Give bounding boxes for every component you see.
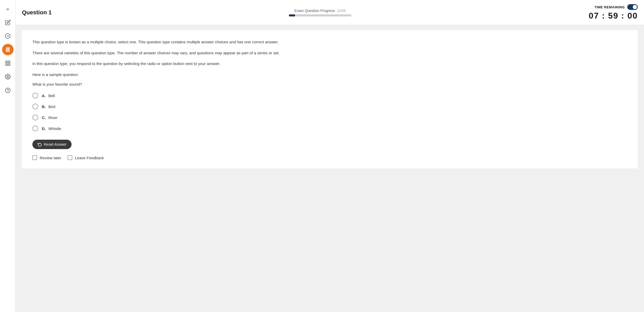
content-area: This question type is known as a multipl… xyxy=(16,25,644,312)
answer-option-a[interactable]: A. Bell xyxy=(32,93,627,98)
answer-option-d[interactable]: D. Whistle xyxy=(32,126,627,131)
progress-label: Exam Question Progress (1/10) xyxy=(294,9,346,13)
sidebar: » xyxy=(0,0,16,312)
svg-rect-0 xyxy=(6,48,7,52)
sidebar-item-help[interactable] xyxy=(2,85,14,96)
reset-icon xyxy=(38,142,42,146)
pause-icon xyxy=(5,47,11,52)
progress-section: Exam Question Progress (1/10) xyxy=(289,9,352,16)
sidebar-item-pause[interactable] xyxy=(2,44,14,55)
intro-paragraph-4: Here is a sample question: xyxy=(32,71,627,78)
timer-label-row: TIME REMAINING xyxy=(594,4,638,10)
question-card: This question type is known as a multipl… xyxy=(22,30,638,168)
timer-section: TIME REMAINING 07 : 59 : 00 xyxy=(589,4,638,21)
question-title: Question 1 xyxy=(22,9,52,16)
leave-feedback-box[interactable] xyxy=(68,155,72,160)
edit-icon xyxy=(5,20,11,25)
timer-value: 07 : 59 : 00 xyxy=(589,11,638,21)
intro-paragraph-3: In this question type, you respond to th… xyxy=(32,60,627,67)
answer-text-b: Bird xyxy=(48,104,55,109)
svg-point-6 xyxy=(7,76,9,78)
answer-text-a: Bell xyxy=(48,93,55,98)
progress-count: (1/10) xyxy=(337,9,346,13)
question-text: What is your favorite sound? xyxy=(32,82,627,86)
grid-icon xyxy=(5,60,11,66)
radio-b[interactable] xyxy=(32,104,38,109)
review-later-checkbox[interactable]: Review later xyxy=(32,155,61,160)
svg-rect-1 xyxy=(8,48,9,52)
intro-paragraph-1: This question type is known as a multipl… xyxy=(32,39,627,45)
svg-rect-2 xyxy=(5,61,7,63)
help-icon xyxy=(5,87,11,93)
svg-rect-3 xyxy=(8,61,10,63)
timer-label: TIME REMAINING xyxy=(594,5,625,9)
review-later-label: Review later xyxy=(40,156,61,160)
answer-letter-c: C. xyxy=(42,115,46,120)
sidebar-item-edit[interactable] xyxy=(2,17,14,28)
checkboxes-row: Review later Leave Feedback xyxy=(32,155,627,160)
sidebar-item-check[interactable] xyxy=(2,30,14,42)
sidebar-toggle[interactable]: » xyxy=(2,3,14,15)
leave-feedback-checkbox[interactable]: Leave Feedback xyxy=(68,155,104,160)
answer-option-c[interactable]: C. River xyxy=(32,115,627,120)
svg-rect-5 xyxy=(8,64,10,65)
svg-rect-4 xyxy=(5,64,7,65)
check-circle-icon xyxy=(5,33,11,39)
sidebar-item-settings[interactable] xyxy=(2,71,14,83)
header: Question 1 Exam Question Progress (1/10)… xyxy=(16,0,644,25)
leave-feedback-label: Leave Feedback xyxy=(75,156,104,160)
sidebar-item-grid[interactable] xyxy=(2,57,14,69)
intro-paragraph-2: There are several varieties of this ques… xyxy=(32,50,627,56)
progress-bar-background xyxy=(289,14,352,16)
answer-text-d: Whistle xyxy=(48,126,61,131)
header-left: Question 1 xyxy=(22,9,52,16)
settings-icon xyxy=(5,74,11,80)
reset-answer-button[interactable]: Reset Answer xyxy=(32,140,72,149)
answer-text-c: River xyxy=(48,115,57,120)
radio-c[interactable] xyxy=(32,115,38,120)
review-later-box[interactable] xyxy=(32,155,37,160)
timer-toggle[interactable] xyxy=(627,4,638,10)
answer-letter-b: B. xyxy=(42,104,46,109)
radio-d[interactable] xyxy=(32,126,38,131)
answer-letter-d: D. xyxy=(42,126,46,131)
progress-bar-fill xyxy=(289,14,295,16)
radio-a[interactable] xyxy=(32,93,38,98)
answer-option-b[interactable]: B. Bird xyxy=(32,104,627,109)
main-content: Question 1 Exam Question Progress (1/10)… xyxy=(16,0,644,312)
answer-letter-a: A. xyxy=(42,93,46,98)
